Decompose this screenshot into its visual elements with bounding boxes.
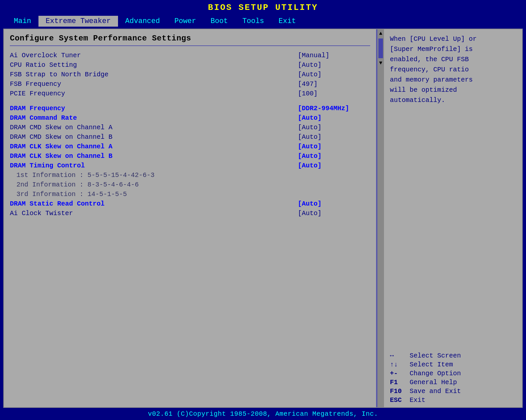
setting-name: DRAM CMD Skew on Channel A [10, 124, 298, 131]
menu-item-extreme-tweaker[interactable]: Extreme Tweaker [38, 16, 118, 27]
setting-value: [Auto] [298, 133, 370, 141]
setting-row: CPU Ratio Setting[Auto] [10, 60, 370, 70]
key-symbol: +- [390, 370, 410, 377]
key-symbol: F1 [390, 379, 410, 386]
setting-row: FSB Strap to North Bridge[Auto] [10, 70, 370, 79]
setting-name: Ai Clock Twister [10, 210, 298, 217]
setting-name: CPU Ratio Setting [10, 61, 298, 69]
help-line: frequency, CPU ratio [390, 64, 516, 75]
key-legend: ↔Select Screen↑↓Select Item+-Change Opti… [390, 352, 516, 404]
title-bar: BIOS SETUP UTILITY [0, 0, 526, 14]
setting-row: DRAM Frequency[DDR2-994MHz] [10, 104, 370, 113]
setting-name: Ai Overclock Tuner [10, 52, 298, 59]
setting-row: DRAM Static Read Control[Auto] [10, 199, 370, 209]
scroll-down-icon[interactable]: ▼ [379, 60, 382, 67]
key-row: F1General Help [390, 379, 516, 386]
setting-row: DRAM CLK Skew on Channel B[Auto] [10, 151, 370, 161]
menu-item-boot[interactable]: Boot [203, 16, 235, 27]
setting-row: 1st Information : 5-5-5-15-4-42-6-3 [10, 170, 370, 180]
setting-row: Ai Clock Twister[Auto] [10, 209, 370, 218]
setting-name: FSB Strap to North Bridge [10, 71, 298, 78]
scroll-thumb[interactable] [378, 38, 383, 58]
setting-value: [100] [298, 90, 370, 97]
setting-name: 1st Information : 5-5-5-15-4-42-6-3 [10, 171, 370, 179]
key-row: F10Save and Exit [390, 387, 516, 395]
section-title: Configure System Performance Settings [10, 34, 370, 43]
setting-value: [DDR2-994MHz] [298, 105, 370, 112]
setting-row: 3rd Information : 14-5-1-5-5 [10, 189, 370, 199]
setting-value: [Auto] [298, 152, 370, 160]
setting-row: DRAM CMD Skew on Channel A[Auto] [10, 123, 370, 132]
menu-item-advanced[interactable]: Advanced [118, 16, 167, 27]
help-line: will be optimized [390, 85, 516, 95]
setting-value: [Auto] [298, 61, 370, 69]
setting-name: DRAM CLK Skew on Channel B [10, 152, 298, 160]
settings-list: Ai Overclock Tuner[Manual]CPU Ratio Sett… [10, 51, 370, 218]
setting-row: PCIE Frequency[100] [10, 89, 370, 98]
menu-item-exit[interactable]: Exit [271, 16, 303, 27]
setting-name: 2nd Information : 8-3-5-4-6-4-6 [10, 181, 370, 188]
setting-name: DRAM Static Read Control [10, 200, 298, 208]
scroll-up-icon[interactable]: ▲ [379, 30, 382, 37]
setting-row: FSB Frequency[497] [10, 79, 370, 89]
help-line: and memory parameters [390, 75, 516, 85]
key-symbol: F10 [390, 387, 410, 395]
setting-value: [Auto] [298, 143, 370, 150]
setting-name: DRAM CLK Skew on Channel A [10, 143, 298, 150]
key-symbol: ESC [390, 396, 410, 404]
right-panel: When [CPU Level Up] or[Super MemProfile]… [384, 29, 522, 407]
setting-value: [Auto] [298, 124, 370, 131]
setting-value: [Auto] [298, 71, 370, 78]
help-line: enabled, the CPU FSB [390, 54, 516, 64]
setting-row: Ai Overclock Tuner[Manual] [10, 51, 370, 60]
main-content: Configure System Performance Settings Ai… [3, 29, 523, 408]
setting-name: DRAM Timing Control [10, 162, 298, 169]
setting-name: PCIE Frequency [10, 90, 298, 97]
key-description: General Help [410, 379, 457, 386]
key-row: ESCExit [390, 396, 516, 404]
divider [10, 45, 370, 46]
setting-value: [Manual] [298, 52, 370, 59]
spacer [10, 98, 370, 104]
menu-item-power[interactable]: Power [167, 16, 203, 27]
menu-item-main[interactable]: Main [7, 16, 38, 27]
key-description: Select Item [410, 361, 453, 368]
left-panel: Configure System Performance Settings Ai… [4, 29, 377, 407]
footer: v02.61 (C)Copyright 1985-2008, American … [0, 408, 526, 420]
key-description: Select Screen [410, 352, 461, 359]
bios-frame: BIOS SETUP UTILITY MainExtreme TweakerAd… [0, 0, 526, 420]
help-line: When [CPU Level Up] or [390, 34, 516, 44]
setting-value: [Auto] [298, 210, 370, 217]
menu-bar: MainExtreme TweakerAdvancedPowerBootTool… [0, 14, 526, 29]
key-description: Exit [410, 396, 425, 404]
key-row: +-Change Option [390, 370, 516, 377]
help-line: [Super MemProfile] is [390, 44, 516, 54]
setting-row: DRAM CMD Skew on Channel B[Auto] [10, 132, 370, 142]
setting-row: 2nd Information : 8-3-5-4-6-4-6 [10, 180, 370, 189]
footer-text: v02.61 (C)Copyright 1985-2008, American … [148, 410, 378, 418]
setting-name: FSB Frequency [10, 80, 298, 88]
key-description: Change Option [410, 370, 461, 377]
setting-name: DRAM Command Rate [10, 114, 298, 122]
setting-name: DRAM Frequency [10, 105, 298, 112]
setting-name: 3rd Information : 14-5-1-5-5 [10, 190, 370, 198]
setting-row: DRAM Timing Control[Auto] [10, 161, 370, 170]
menu-item-tools[interactable]: Tools [235, 16, 271, 27]
setting-value: [Auto] [298, 200, 370, 208]
setting-value: [Auto] [298, 162, 370, 169]
key-symbol: ↔ [390, 352, 410, 359]
help-text: When [CPU Level Up] or[Super MemProfile]… [390, 34, 516, 345]
key-row: ↔Select Screen [390, 352, 516, 359]
help-line: automatically. [390, 95, 516, 105]
key-description: Save and Exit [410, 387, 461, 395]
setting-value: [Auto] [298, 114, 370, 122]
bios-title: BIOS SETUP UTILITY [208, 3, 318, 12]
key-symbol: ↑↓ [390, 361, 410, 368]
key-row: ↑↓Select Item [390, 361, 516, 368]
setting-name: DRAM CMD Skew on Channel B [10, 133, 298, 141]
setting-value: [497] [298, 80, 370, 88]
scrollbar[interactable]: ▲ ▼ [377, 29, 384, 407]
setting-row: DRAM CLK Skew on Channel A[Auto] [10, 142, 370, 151]
setting-row: DRAM Command Rate[Auto] [10, 113, 370, 123]
